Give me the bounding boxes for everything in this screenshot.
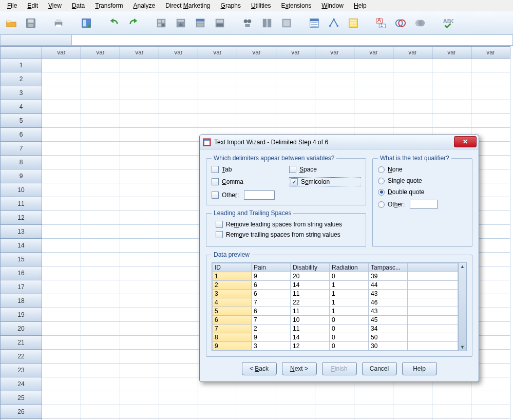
preview-cell[interactable]: 2 — [252, 324, 291, 333]
cell[interactable] — [81, 336, 120, 350]
preview-cell[interactable]: 0 — [330, 316, 369, 324]
column-header[interactable]: var — [393, 46, 432, 59]
cell[interactable] — [42, 169, 81, 183]
cell[interactable] — [42, 253, 81, 266]
column-header[interactable]: var — [432, 46, 471, 59]
preview-cell[interactable]: 2 — [213, 281, 252, 290]
cell[interactable] — [198, 405, 237, 419]
cell[interactable] — [42, 239, 81, 253]
cell[interactable] — [81, 128, 120, 142]
cell[interactable] — [432, 86, 471, 100]
cell[interactable] — [471, 100, 510, 114]
cell[interactable] — [393, 86, 432, 100]
cell[interactable] — [276, 59, 315, 72]
row-header[interactable]: 9 — [0, 169, 42, 183]
cell[interactable] — [81, 377, 120, 391]
cell[interactable] — [81, 86, 120, 100]
cell[interactable] — [120, 350, 159, 364]
cell[interactable] — [81, 100, 120, 114]
formula-bar[interactable] — [72, 35, 513, 46]
cell[interactable] — [159, 405, 198, 419]
cell[interactable] — [81, 59, 120, 72]
preview-cell[interactable]: 10 — [291, 316, 330, 324]
dialog-titlebar[interactable]: Text Import Wizard - Delimited Step 4 of… — [200, 135, 479, 149]
cell[interactable] — [432, 59, 471, 72]
open-file-button[interactable] — [3, 15, 20, 31]
preview-cell[interactable]: 0 — [330, 272, 369, 281]
menu-analyze[interactable]: Analyze — [128, 1, 160, 10]
cell[interactable] — [354, 86, 393, 100]
cell[interactable] — [276, 86, 315, 100]
cell[interactable] — [471, 405, 510, 419]
preview-cell[interactable]: 39 — [369, 272, 408, 281]
undo-button[interactable] — [106, 15, 122, 31]
cell[interactable] — [81, 350, 120, 364]
cell[interactable] — [432, 405, 471, 419]
row-header[interactable]: 1 — [0, 59, 42, 72]
print-button[interactable] — [50, 15, 67, 31]
cell[interactable] — [81, 225, 120, 239]
preview-cell[interactable]: 20 — [291, 272, 330, 281]
cell[interactable] — [120, 336, 159, 350]
cell[interactable] — [159, 364, 198, 377]
cell[interactable] — [159, 114, 198, 128]
row-header[interactable]: 23 — [0, 364, 42, 377]
cell[interactable] — [120, 377, 159, 391]
cell[interactable] — [198, 86, 237, 100]
row-header[interactable]: 7 — [0, 142, 42, 156]
menu-help[interactable]: Help — [349, 1, 372, 10]
preview-table[interactable]: IDPainDisabilityRadiationTampasc... 1920… — [212, 263, 458, 351]
preview-cell[interactable]: 11 — [291, 307, 330, 316]
column-header[interactable]: var — [120, 46, 159, 59]
cell[interactable] — [393, 72, 432, 86]
cell[interactable] — [471, 72, 510, 86]
cell[interactable] — [315, 86, 354, 100]
row-header[interactable]: 24 — [0, 377, 42, 391]
other-delimiter-input[interactable] — [244, 190, 275, 200]
cell[interactable] — [81, 322, 120, 336]
preview-cell[interactable]: 30 — [369, 342, 408, 351]
cell[interactable] — [237, 405, 276, 419]
menu-graphs[interactable]: Graphs — [216, 1, 246, 10]
preview-row[interactable]: 9312030 — [213, 342, 458, 351]
cell[interactable] — [42, 197, 81, 211]
cell[interactable] — [198, 59, 237, 72]
cell[interactable] — [237, 72, 276, 86]
row-header[interactable]: 2 — [0, 72, 42, 86]
cell[interactable] — [237, 100, 276, 114]
close-button[interactable]: ✕ — [454, 136, 477, 147]
preview-cell[interactable]: 0 — [330, 342, 369, 351]
preview-scrollbar[interactable]: ▲ ▼ — [458, 263, 466, 351]
menu-data[interactable]: Data — [67, 1, 90, 10]
cell[interactable] — [159, 156, 198, 169]
cell[interactable] — [120, 114, 159, 128]
cell[interactable] — [81, 72, 120, 86]
row-header[interactable]: 11 — [0, 197, 42, 211]
preview-cell[interactable]: 7 — [252, 298, 291, 307]
cell[interactable] — [315, 405, 354, 419]
column-header[interactable]: var — [42, 46, 81, 59]
row-header[interactable]: 13 — [0, 225, 42, 239]
redo-button[interactable] — [125, 15, 142, 31]
cell[interactable] — [120, 100, 159, 114]
preview-cell[interactable]: 9 — [213, 342, 252, 351]
sets-button[interactable] — [392, 15, 409, 31]
cell[interactable] — [81, 391, 120, 405]
preview-row[interactable]: 1920039 — [213, 272, 458, 281]
preview-cell[interactable]: 14 — [291, 281, 330, 290]
preview-cell[interactable]: 1 — [330, 281, 369, 290]
cell[interactable] — [81, 294, 120, 308]
radio-other-qualifier[interactable]: Other: — [378, 200, 467, 209]
preview-col-header[interactable]: Tampasc... — [369, 263, 408, 272]
cell[interactable] — [237, 391, 276, 405]
scroll-down-icon[interactable]: ▼ — [460, 343, 465, 351]
cell[interactable] — [315, 114, 354, 128]
cell[interactable] — [159, 72, 198, 86]
cell[interactable] — [159, 280, 198, 294]
spellcheck-button[interactable]: ABC — [440, 15, 456, 31]
cell[interactable] — [42, 72, 81, 86]
preview-cell[interactable]: 7 — [213, 324, 252, 333]
cell[interactable] — [354, 59, 393, 72]
recall-dialog-button[interactable] — [78, 15, 94, 31]
preview-cell[interactable]: 1 — [213, 272, 252, 281]
